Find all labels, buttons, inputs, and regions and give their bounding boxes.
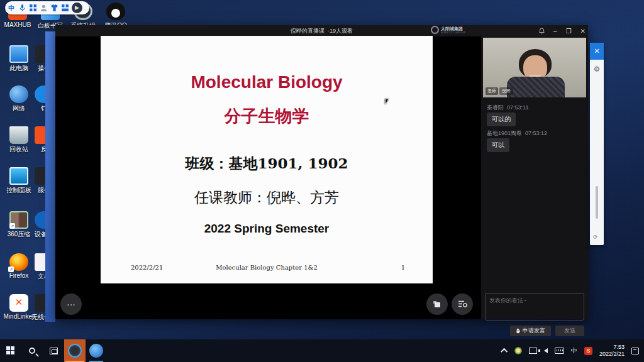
sidebar-panel: 老师 倪晔 秦睿阳 07:53:11 可以的 基地1901陶尊 07:53:12… bbox=[481, 36, 588, 319]
tray-sogou-icon[interactable]: S bbox=[584, 347, 592, 355]
network-icon bbox=[9, 85, 28, 103]
desktop-icon-label: MAXHUB bbox=[0, 21, 35, 28]
ime-language-icon[interactable]: 中 bbox=[8, 4, 16, 12]
hand-icon bbox=[516, 328, 521, 334]
presentation-stage: Molecular Biology 分子生物学 班级：基地1901, 1902 … bbox=[55, 36, 481, 319]
firefox-icon: ↗ bbox=[9, 253, 28, 271]
tray-volume-icon[interactable] bbox=[544, 348, 548, 353]
teacher-video-feed[interactable]: 老师 倪晔 bbox=[483, 38, 586, 97]
slide-class-line: 班级：基地1901, 1902 bbox=[101, 154, 433, 173]
slide: Molecular Biology 分子生物学 班级：基地1901, 1902 … bbox=[101, 36, 433, 283]
brand-logo-icon bbox=[431, 26, 439, 34]
minimize-button[interactable]: – bbox=[553, 28, 557, 35]
more-options-button[interactable]: ··· bbox=[60, 293, 82, 315]
brand-logo: 太阳城集团 SUNCITY GROUP bbox=[431, 26, 466, 34]
task-view-button[interactable] bbox=[43, 339, 64, 362]
close-button[interactable]: ✕ bbox=[580, 28, 586, 35]
teacher-name: 倪晔 bbox=[499, 87, 513, 95]
slide-footer-title: Molecular Biology Chapter 1&2 bbox=[101, 264, 433, 271]
zip-archive-icon: ↗ bbox=[9, 211, 28, 229]
share-screen-button[interactable] bbox=[426, 293, 448, 315]
browser-app-icon bbox=[89, 344, 103, 358]
live-class-app-icon bbox=[68, 344, 82, 358]
settings-list-button[interactable] bbox=[452, 293, 473, 315]
slide-semester-line: 2022 Spring Semester bbox=[101, 222, 433, 236]
maximize-button[interactable]: ❐ bbox=[566, 28, 572, 35]
gear-icon[interactable]: ⚙ bbox=[590, 65, 604, 74]
send-button[interactable]: 发送 bbox=[555, 326, 584, 336]
toolbar-collapse-icon[interactable]: ▶ bbox=[72, 3, 82, 13]
action-center-icon[interactable] bbox=[631, 348, 639, 354]
slide-teacher-line: 任课教师：倪晔、方芳 bbox=[101, 188, 433, 207]
task-view-icon bbox=[50, 348, 58, 354]
grid-icon[interactable] bbox=[29, 4, 37, 12]
chat-input[interactable] bbox=[485, 293, 584, 321]
taskbar-app-live-class[interactable] bbox=[64, 339, 86, 362]
tray-display-icon[interactable] bbox=[529, 348, 537, 354]
taskbar: 中 S 7:53 2022/2/21 bbox=[0, 339, 644, 362]
tray-keyboard-icon[interactable] bbox=[555, 348, 564, 354]
mindlinker-icon: ✕ bbox=[9, 294, 28, 312]
tshirt-icon[interactable] bbox=[50, 4, 58, 12]
mini-scrollbar[interactable] bbox=[596, 186, 598, 219]
clock-time: 7:53 bbox=[599, 344, 625, 351]
recycle-bin-icon bbox=[9, 126, 28, 144]
taskbar-clock[interactable]: 7:53 2022/2/21 bbox=[599, 344, 625, 358]
this-pc-icon bbox=[9, 45, 28, 63]
control-panel-icon bbox=[9, 167, 28, 185]
mic-icon[interactable] bbox=[18, 4, 26, 12]
tray-ime-indicator[interactable]: 中 bbox=[571, 346, 577, 355]
settings-list-icon bbox=[458, 300, 467, 308]
chat-message-meta: 秦睿阳 07:53:11 bbox=[487, 104, 528, 112]
background-window-sliver bbox=[45, 31, 55, 322]
taskbar-app-browser[interactable] bbox=[86, 339, 107, 362]
chat-message-meta: 基地1901陶尊 07:53:12 bbox=[487, 129, 547, 138]
side-mini-panel: ✕ ⚙ ⟳ bbox=[590, 43, 604, 245]
clock-date: 2022/2/21 bbox=[599, 351, 625, 358]
tray-antivirus-icon[interactable] bbox=[514, 347, 522, 354]
bell-icon[interactable] bbox=[539, 28, 545, 35]
viewer-count: 19人观看 bbox=[330, 28, 353, 34]
start-button[interactable] bbox=[0, 339, 21, 362]
mouse-cursor bbox=[385, 99, 389, 105]
search-button[interactable] bbox=[21, 339, 43, 362]
user-icon[interactable] bbox=[40, 4, 48, 12]
window-titlebar: 倪晔的直播课 ·19人观看 太阳城集团 SUNCITY GROUP – ❐ ✕ bbox=[55, 25, 588, 36]
apps-icon[interactable] bbox=[61, 4, 69, 12]
refresh-icon[interactable]: ⟳ bbox=[593, 234, 598, 240]
qq-penguin-icon bbox=[106, 3, 125, 20]
search-icon bbox=[29, 348, 35, 354]
shortcut-arrow-icon: ↗ bbox=[8, 266, 14, 272]
slide-footer-page: 1 bbox=[401, 264, 405, 271]
ime-toolbar[interactable]: 中 ▶ bbox=[5, 1, 89, 14]
slide-title-zh: 分子生物学 bbox=[101, 105, 433, 128]
live-class-window: 倪晔的直播课 ·19人观看 太阳城集团 SUNCITY GROUP – ❐ ✕ … bbox=[55, 25, 588, 319]
shortcut-arrow-icon: ↗ bbox=[9, 223, 15, 229]
slide-title-en: Molecular Biology bbox=[101, 72, 433, 92]
chat-message-bubble: 可以 bbox=[487, 138, 509, 152]
role-badge: 老师 bbox=[486, 87, 498, 95]
mini-close-button[interactable]: ✕ bbox=[590, 43, 604, 60]
raise-hand-button[interactable]: 申请发言 bbox=[510, 326, 551, 336]
window-title: 倪晔的直播课 ·19人观看 bbox=[291, 27, 353, 35]
share-screen-icon bbox=[433, 300, 441, 309]
chat-message-bubble: 可以的 bbox=[487, 112, 516, 126]
tray-expand-icon[interactable] bbox=[501, 348, 508, 355]
start-icon bbox=[6, 346, 15, 355]
